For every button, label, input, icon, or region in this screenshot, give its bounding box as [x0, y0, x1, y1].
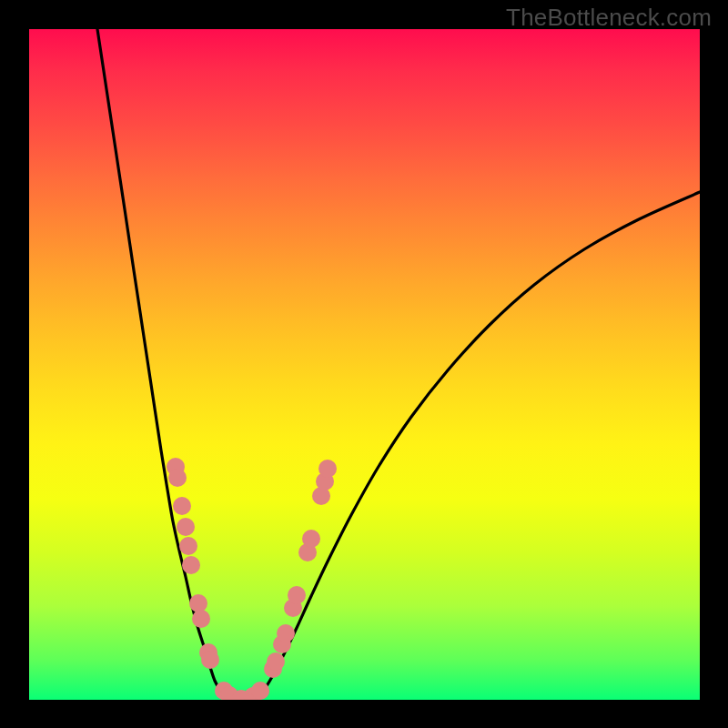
- plot-area: [29, 29, 700, 700]
- data-dot: [182, 556, 200, 574]
- data-dot: [267, 652, 285, 671]
- data-dot: [302, 530, 320, 548]
- data-dot: [168, 469, 187, 487]
- data-dots: [167, 458, 337, 700]
- data-dot: [177, 518, 195, 536]
- watermark-text: TheBottleneck.com: [506, 4, 712, 32]
- data-dot: [318, 460, 337, 478]
- data-dot: [251, 682, 269, 700]
- data-dot: [173, 497, 191, 515]
- data-dot: [277, 624, 295, 642]
- data-dot: [288, 586, 306, 604]
- curve-svg: [29, 29, 700, 700]
- bottleneck-curve: [97, 29, 700, 700]
- data-dot: [192, 610, 210, 628]
- data-dot: [179, 537, 197, 555]
- chart-frame: TheBottleneck.com: [0, 0, 728, 728]
- data-dot: [201, 651, 219, 669]
- data-dot: [189, 594, 207, 612]
